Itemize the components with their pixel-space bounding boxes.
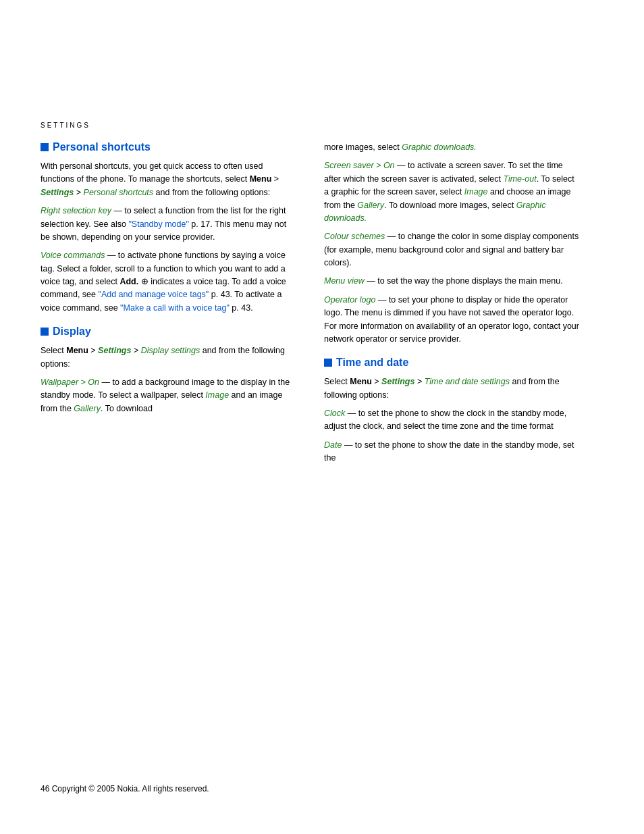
wallpaper-gallery: Gallery (74, 404, 101, 413)
clock-label: Clock (324, 409, 345, 418)
personal-shortcuts-settings: Settings (41, 188, 74, 197)
operator-logo-para: Operator logo — to set your phone to dis… (324, 294, 581, 346)
time-date-title: Time and date (336, 357, 408, 369)
personal-shortcuts-intro: With personal shortcuts, you get quick a… (41, 160, 297, 199)
personal-shortcuts-title: Personal shortcuts (53, 141, 151, 153)
make-call-link[interactable]: "Make a call with a voice tag" (120, 303, 230, 313)
left-column: Personal shortcuts With personal shortcu… (41, 141, 297, 471)
clock-para: Clock — to set the phone to show the clo… (324, 407, 581, 434)
display-intro: Select Menu > Settings > Display setting… (41, 344, 297, 371)
top-continuation: more images, select Graphic downloads. (324, 141, 581, 154)
time-date-icon (324, 359, 332, 367)
time-date-heading: Time and date (324, 357, 581, 369)
graphic-downloads-1: Graphic downloads. (402, 142, 476, 152)
right-column: more images, select Graphic downloads. S… (324, 141, 581, 471)
two-column-layout: Personal shortcuts With personal shortcu… (41, 141, 603, 471)
display-icon (41, 328, 49, 336)
personal-shortcuts-path: Personal shortcuts (84, 188, 154, 197)
personal-shortcuts-heading: Personal shortcuts (41, 141, 297, 153)
personal-shortcuts-menu: Menu (250, 174, 272, 184)
screen-saver-timeout: Time-out (503, 174, 536, 184)
display-menu: Menu (66, 346, 88, 355)
display-heading: Display (41, 325, 297, 338)
menu-view-para: Menu view — to set the way the phone dis… (324, 275, 581, 288)
operator-logo-label: Operator logo (324, 295, 375, 305)
time-date-intro: Select Menu > Settings > Time and date s… (324, 375, 581, 402)
time-date-settings-path: Time and date settings (425, 377, 510, 386)
display-title: Display (53, 325, 91, 338)
personal-shortcuts-intro-text: With personal shortcuts, you get quick a… (41, 161, 263, 184)
wallpaper-image: Image (205, 390, 229, 400)
screen-saver-label: Screen saver > On (324, 161, 395, 170)
date-para: Date — to set the phone to show the date… (324, 439, 581, 465)
voice-commands-para: Voice commands — to activate phone funct… (41, 249, 297, 315)
section-label: Settings (41, 122, 603, 129)
display-settings-label: Settings (98, 346, 131, 355)
wallpaper-para: Wallpaper > On — to add a background ima… (41, 376, 297, 415)
page: Settings Personal shortcuts With persona… (0, 0, 644, 834)
add-manage-link[interactable]: "Add and manage voice tags" (98, 290, 209, 299)
time-date-settings-label: Settings (381, 377, 414, 386)
date-label: Date (324, 440, 342, 450)
voice-commands-label: Voice commands (41, 251, 105, 260)
screen-saver-para: Screen saver > On — to activate a screen… (324, 159, 581, 225)
colour-schemes-label: Colour schemes (324, 232, 385, 241)
time-date-menu: Menu (350, 377, 372, 386)
right-selection-key-para: Right selection key — to select a functi… (41, 205, 297, 244)
personal-shortcuts-icon (41, 143, 49, 151)
menu-view-label: Menu view (324, 276, 365, 286)
standby-mode-link[interactable]: "Standby mode" (128, 219, 188, 229)
display-settings-path: Display settings (141, 346, 200, 355)
wallpaper-label: Wallpaper > On (41, 377, 99, 387)
footer: 46 Copyright © 2005 Nokia. All rights re… (41, 784, 209, 793)
colour-schemes-para: Colour schemes — to change the color in … (324, 230, 581, 269)
voice-commands-add: Add. (119, 277, 138, 286)
screen-saver-image: Image (464, 187, 488, 197)
screen-saver-gallery: Gallery (357, 201, 384, 210)
right-selection-key-label: Right selection key (41, 206, 111, 215)
